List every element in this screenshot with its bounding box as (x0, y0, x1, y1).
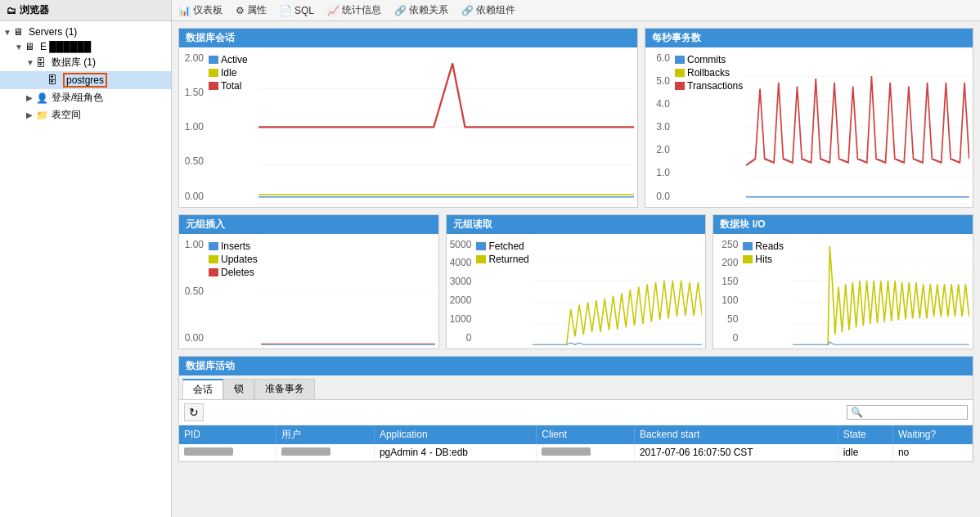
col-application: Application (374, 425, 536, 444)
tuple-reads-header: 元组读取 (447, 215, 706, 234)
tps-svg (746, 51, 969, 204)
toolbar: 📊 仪表板 ⚙ 属性 📄 SQL 📈 统计信息 🔗 依赖关系 🔗 依赖组件 (172, 0, 980, 21)
legend-active: Active (209, 54, 255, 65)
dependents-icon: 🔗 (461, 5, 474, 16)
dependencies-icon: 🔗 (394, 5, 407, 16)
legend-transactions: Transactions (675, 80, 743, 92)
tree-item-databases[interactable]: ▼🗄数据库 (1) (0, 54, 171, 71)
db-sessions-panel: 数据库会话 2.00 1.50 1.00 0.50 0.00 Active (178, 28, 638, 208)
legend-updates: Updates (209, 254, 258, 265)
db-sessions-body: 2.00 1.50 1.00 0.50 0.00 Active I (179, 47, 637, 207)
toolbar-statistics[interactable]: 📈 统计信息 (327, 3, 381, 17)
refresh-button[interactable]: ↻ (184, 403, 204, 421)
databases-icon: 🗄 (36, 57, 49, 69)
search-box: 🔍 (847, 405, 968, 420)
tab-sessions[interactable]: 会话 (182, 379, 223, 399)
search-input[interactable] (865, 407, 964, 417)
legend-fetched: Fetched (476, 241, 528, 252)
activity-table-container: PID 用户 Application Client Backend start … (179, 425, 973, 461)
servers-icon: 🖥 (13, 26, 26, 38)
col-waiting: Waiting? (892, 425, 972, 444)
tree-item-roles[interactable]: ▶👤登录/组角色 (0, 89, 171, 106)
db-sessions-legend: Active Idle Total (205, 51, 258, 204)
tps-body: 6.0 5.0 4.0 3.0 2.0 1.0 0.0 Commits (645, 47, 973, 207)
server1-label: E ██████ (40, 41, 91, 52)
db-sessions-yaxis: 2.00 1.50 1.00 0.50 0.00 (182, 51, 205, 204)
col-user: 用户 (276, 425, 375, 444)
tuple-inserts-header: 元组插入 (179, 215, 438, 234)
legend-returned: Returned (476, 254, 528, 265)
sidebar: 🗂 浏览器 ▼🖥Servers (1)▼🖥E ██████▼🗄数据库 (1)🗄p… (0, 0, 172, 517)
toolbar-dependents[interactable]: 🔗 依赖组件 (461, 3, 515, 17)
activity-tabs: 会话 锁 准备事务 (179, 375, 973, 400)
activity-header: 数据库活动 (179, 357, 973, 375)
tuple-inserts-yaxis: 1.00 0.50 0.00 (182, 237, 205, 345)
block-io-chart (793, 237, 969, 345)
tuple-inserts-panel: 元组插入 1.00 0.50 0.00 Inserts (178, 214, 439, 349)
tps-yaxis: 6.0 5.0 4.0 3.0 2.0 1.0 0.0 (649, 51, 672, 204)
db-sessions-chart (258, 51, 634, 204)
search-icon: 🔍 (851, 407, 863, 418)
toolbar-dashboard[interactable]: 📊 仪表板 (178, 3, 223, 17)
tuple-inserts-chart (261, 237, 435, 345)
tab-locks[interactable]: 锁 (223, 379, 254, 399)
legend-deletes: Deletes (209, 267, 258, 278)
block-io-body: 250 200 150 100 50 0 Reads (713, 234, 973, 348)
tree-item-servers[interactable]: ▼🖥Servers (1) (0, 25, 171, 39)
tuple-reads-chart (533, 237, 703, 345)
legend-inserts: Inserts (209, 241, 258, 252)
content-area: 数据库会话 2.00 1.50 1.00 0.50 0.00 Active (172, 21, 980, 517)
tuple-reads-svg (533, 237, 703, 345)
roles-icon: 👤 (36, 92, 49, 104)
activity-toolbar: ↻ 🔍 (179, 400, 973, 425)
tuple-inserts-legend: Inserts Updates Deletes (205, 237, 261, 345)
block-io-svg (793, 237, 969, 345)
tps-header: 每秒事务数 (645, 29, 973, 47)
main-panel: 📊 仪表板 ⚙ 属性 📄 SQL 📈 统计信息 🔗 依赖关系 🔗 依赖组件 (172, 0, 980, 517)
tree-item-tablespaces[interactable]: ▶📁表空间 (0, 106, 171, 124)
statistics-icon: 📈 (327, 5, 339, 16)
postgres-icon: 🗄 (47, 74, 61, 86)
table-row[interactable]: pgAdmin 4 - DB:edb2017-07-06 16:07:50 CS… (179, 444, 973, 461)
tuple-inserts-body: 1.00 0.50 0.00 Inserts Updates (179, 234, 438, 348)
tuple-reads-legend: Fetched Returned (473, 237, 532, 345)
toolbar-dependencies[interactable]: 🔗 依赖关系 (394, 3, 448, 17)
databases-label: 数据库 (1) (52, 56, 96, 70)
db-sessions-svg (258, 51, 634, 204)
legend-reads: Reads (743, 241, 789, 252)
legend-idle: Idle (209, 67, 255, 79)
tps-panel: 每秒事务数 6.0 5.0 4.0 3.0 2.0 1.0 0.0 (645, 28, 973, 208)
tuple-reads-yaxis: 5000 4000 3000 2000 1000 0 (450, 237, 474, 345)
tree-item-server1[interactable]: ▼🖥E ██████ (0, 39, 171, 54)
col-client: Client (537, 425, 635, 444)
tuple-inserts-svg (261, 237, 435, 345)
charts-row-1: 数据库会话 2.00 1.50 1.00 0.50 0.00 Active (178, 28, 973, 208)
col-pid: PID (179, 425, 276, 444)
sql-icon: 📄 (280, 5, 292, 16)
legend-rollbacks: Rollbacks (675, 67, 743, 79)
col-state: State (838, 425, 892, 444)
dashboard-icon: 📊 (178, 5, 191, 16)
block-io-yaxis: 250 200 150 100 50 0 (717, 237, 739, 345)
db-sessions-header: 数据库会话 (179, 29, 637, 47)
tablespaces-icon: 📁 (36, 110, 49, 121)
block-io-panel: 数据块 I/O 250 200 150 100 50 0 Reads (713, 214, 973, 349)
toolbar-properties[interactable]: ⚙ 属性 (236, 3, 267, 17)
tuple-reads-panel: 元组读取 5000 4000 3000 2000 1000 0 Fet (446, 214, 707, 349)
properties-icon: ⚙ (236, 5, 245, 16)
legend-commits: Commits (675, 54, 743, 65)
servers-label: Servers (1) (29, 26, 77, 38)
sidebar-tree: ▼🖥Servers (1)▼🖥E ██████▼🗄数据库 (1)🗄postgre… (0, 21, 171, 517)
activity-table: PID 用户 Application Client Backend start … (179, 425, 973, 461)
tree-item-postgres[interactable]: 🗄postgres (0, 71, 171, 89)
charts-row-2: 元组插入 1.00 0.50 0.00 Inserts (178, 214, 973, 349)
sidebar-header: 🗂 浏览器 (0, 0, 171, 21)
legend-hits: Hits (743, 254, 789, 265)
roles-label: 登录/组角色 (52, 91, 103, 105)
tablespaces-label: 表空间 (52, 108, 81, 122)
toolbar-sql[interactable]: 📄 SQL (280, 5, 314, 16)
server1-icon: 🖥 (25, 41, 38, 52)
tab-prepared-transactions[interactable]: 准备事务 (254, 379, 315, 399)
activity-panel: 数据库活动 会话 锁 准备事务 ↻ 🔍 (178, 356, 973, 462)
tps-legend: Commits Rollbacks Transactions (672, 51, 746, 204)
